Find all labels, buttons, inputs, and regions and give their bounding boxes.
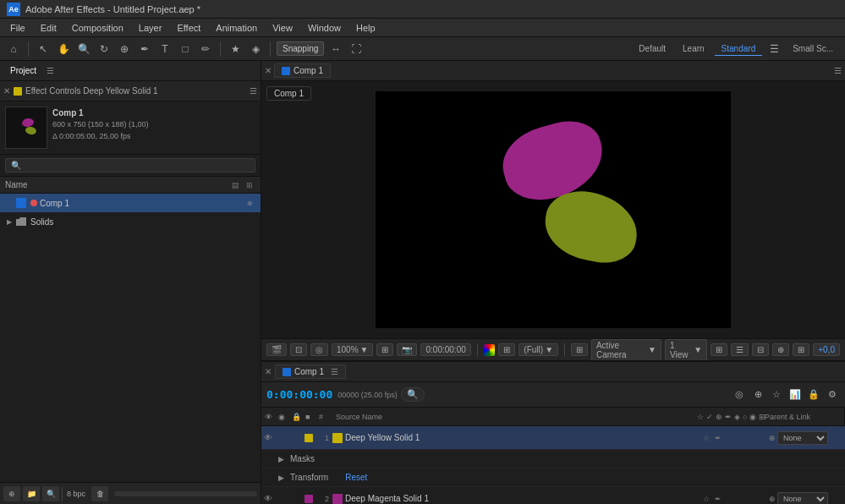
fullscreen-icon[interactable]: ⛶	[348, 41, 365, 58]
layer1-motion-icon[interactable]: ✒	[713, 433, 723, 443]
workspace-small[interactable]: Small Sc...	[786, 42, 840, 55]
effect-controls-menu[interactable]: ☰	[250, 86, 257, 96]
solids-expand[interactable]: ▶	[5, 217, 14, 226]
column-icons: ▤ ⊞	[229, 179, 255, 191]
menu-view[interactable]: View	[266, 21, 299, 35]
grid-btn[interactable]: ⊞	[498, 343, 515, 356]
layer-row-2[interactable]: 👁 2 Deep Magenta Solid 1 ☆ ✒ ⊕	[261, 487, 845, 504]
project-tab[interactable]: Project	[3, 63, 43, 78]
col-num-header: #	[319, 413, 336, 421]
view-btn-4[interactable]: ⊕	[772, 343, 789, 356]
quality-btn[interactable]: (Full) ▼	[519, 343, 558, 356]
col-eye-header: 👁	[265, 413, 278, 421]
workspace-standard[interactable]: Standard	[715, 42, 763, 56]
menu-help[interactable]: Help	[349, 21, 382, 35]
render-queue-btn[interactable]: 🎬	[266, 343, 287, 356]
expand-view-btn[interactable]: ⊞	[571, 343, 588, 356]
comp-tab-menu[interactable]: ☰	[834, 66, 842, 75]
current-time-display[interactable]: 0:00:00:00	[266, 388, 332, 401]
toolbar: ⌂ ↖ ✋ 🔍 ↻ ⊕ ✒ T □ ✏ ★ ◈ Snapping ↔ ⛶ Def…	[0, 37, 845, 61]
views-select[interactable]: 1 View ▼	[665, 339, 707, 361]
timeline-markers[interactable]: ☆	[769, 387, 784, 403]
rotate-tool[interactable]: ↻	[96, 41, 112, 58]
menu-composition[interactable]: Composition	[65, 21, 130, 35]
menu-window[interactable]: Window	[301, 21, 348, 35]
title-bar: Ae Adobe After Effects - Untitled Projec…	[0, 0, 845, 19]
timeline-tab-menu[interactable]: ☰	[331, 367, 338, 376]
timeline-close[interactable]: ✕	[265, 367, 272, 376]
workspace-default[interactable]: Default	[632, 42, 672, 55]
timeline-lock[interactable]: 🔒	[806, 387, 821, 403]
text-tool[interactable]: T	[156, 41, 173, 58]
timeline-settings[interactable]: ⚙	[825, 387, 840, 403]
color-circle[interactable]	[484, 344, 496, 356]
folder-btn[interactable]: 📁	[23, 486, 40, 501]
layer1-transform-row: ▶ Transform Reset	[261, 468, 845, 487]
pen-tool[interactable]: ✒	[136, 41, 153, 58]
snapping-toggle[interactable]: Snapping	[277, 41, 324, 56]
layer2-fx-icon[interactable]: ☆	[701, 494, 711, 504]
timeline-motion-blur[interactable]: ◎	[732, 387, 747, 403]
quality-label: (Full)	[524, 345, 543, 354]
file-item-solids[interactable]: ▶ Solids	[0, 212, 261, 231]
workspace-menu[interactable]: ☰	[765, 41, 782, 58]
view-btn-5[interactable]: ⊞	[793, 343, 809, 356]
comp1-expand[interactable]	[5, 199, 14, 207]
new-item-btn[interactable]: ⊕	[3, 486, 20, 501]
timeline-graph[interactable]: 📊	[787, 387, 803, 403]
preview-btn[interactable]: ⊡	[290, 343, 307, 356]
menu-effect[interactable]: Effect	[170, 21, 207, 35]
bottom-separator	[62, 487, 63, 501]
panel-header-tabs: Project ☰	[0, 61, 261, 81]
viewer-btn[interactable]: ◎	[310, 343, 328, 356]
snapping-options[interactable]: ↔	[327, 41, 344, 58]
timeline-search[interactable]: 🔍	[401, 387, 425, 402]
timeline-comp-tab[interactable]: Comp 1 ☰	[275, 364, 346, 379]
zoom-tool[interactable]: 🔍	[75, 41, 92, 58]
search-btn[interactable]: 🔍	[42, 486, 59, 501]
col-icon-1: ▤	[229, 179, 241, 191]
project-panel-menu[interactable]: ☰	[47, 66, 54, 75]
layer-row-1[interactable]: 👁 1 Deep Yellow Solid 1 ☆ ✒ ⊕	[261, 426, 845, 450]
workspace-learn[interactable]: Learn	[676, 42, 711, 55]
timeline-3d[interactable]: ⊕	[750, 387, 765, 403]
layer1-eye[interactable]: 👁	[261, 433, 275, 442]
transform-expand[interactable]: ▶	[278, 474, 287, 482]
hand-tool[interactable]: ✋	[55, 41, 72, 58]
fit-btn[interactable]: ⊞	[376, 343, 393, 356]
delete-btn[interactable]: 🗑	[91, 486, 108, 501]
view-btn-2[interactable]: ☰	[731, 343, 749, 356]
home-icon[interactable]: ⌂	[5, 41, 22, 58]
camera-orbit-tool[interactable]: ⊕	[116, 41, 133, 58]
menu-edit[interactable]: Edit	[34, 21, 63, 35]
file-item-comp1[interactable]: Comp 1 ⊕	[0, 194, 261, 212]
layer2-eye[interactable]: 👁	[261, 494, 275, 503]
layer1-parent-select[interactable]: None	[777, 431, 828, 445]
view-btn-3[interactable]: ⊟	[752, 343, 769, 356]
menu-layer[interactable]: Layer	[132, 21, 169, 35]
timeline-tab-icon	[283, 368, 291, 376]
snapshot-btn[interactable]: 📷	[397, 343, 417, 356]
masks-expand[interactable]: ▶	[278, 455, 287, 463]
timeline-layers: 👁 1 Deep Yellow Solid 1 ☆ ✒ ⊕	[261, 426, 845, 504]
layer2-parent-select[interactable]: None	[777, 492, 828, 505]
puppet-tool[interactable]: ★	[227, 41, 244, 58]
search-input[interactable]	[5, 158, 255, 173]
shape-tool[interactable]: □	[177, 41, 194, 58]
menu-animation[interactable]: Animation	[209, 21, 264, 35]
select-tool[interactable]: ↖	[35, 41, 52, 58]
menu-file[interactable]: File	[3, 21, 32, 35]
time-display[interactable]: 0:00:00:00	[420, 343, 470, 356]
comp-panel-tab[interactable]: Comp 1	[274, 63, 331, 78]
layer1-fx-icon[interactable]: ☆	[701, 433, 711, 443]
transform-reset[interactable]: Reset	[345, 473, 367, 482]
zoom-ctrl[interactable]: 100% ▼	[332, 343, 373, 356]
timeline-header-row: 👁 ◉ 🔒 ■ # Source Name ☆ ✓ ⊕ ✒ ◈ ○ ◉	[261, 408, 845, 426]
roto-tool[interactable]: ◈	[247, 41, 264, 58]
camera-select[interactable]: Active Camera ▼	[591, 339, 661, 361]
layer2-motion-icon[interactable]: ✒	[713, 494, 723, 504]
brush-tool[interactable]: ✏	[197, 41, 214, 58]
effect-controls-close[interactable]: ✕	[3, 86, 10, 96]
comp-panel-close[interactable]: ✕	[265, 66, 272, 75]
view-btn-1[interactable]: ⊞	[711, 343, 727, 356]
